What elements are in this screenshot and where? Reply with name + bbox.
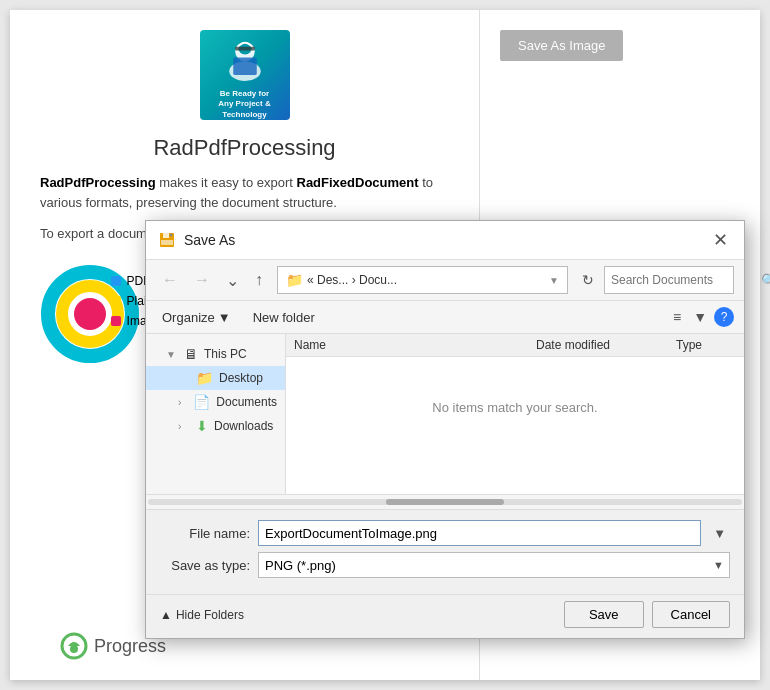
col-date-header: Date modified xyxy=(536,338,676,352)
desc-bold2: RadFixedDocument xyxy=(297,175,419,190)
logo-container: Be Ready for Any Project & Technology xyxy=(40,30,449,120)
dialog-toolbar: ← → ⌄ ↑ 📁 « Des... › Docu... ▼ ↻ 🔍 xyxy=(146,260,744,301)
scroll-area[interactable] xyxy=(146,494,744,510)
page-desc: RadPdfProcessing makes it easy to export… xyxy=(40,173,449,212)
hide-folders-label: Hide Folders xyxy=(176,608,244,622)
search-box: 🔍 xyxy=(604,266,734,294)
folder-icon-downloads: ⬇ xyxy=(196,418,208,434)
expand-icon-downloads: › xyxy=(178,421,190,432)
scroll-track xyxy=(148,499,742,505)
breadcrumb-dropdown-icon: ▼ xyxy=(549,275,559,286)
breadcrumb-folder-icon: 📁 xyxy=(286,272,303,288)
folder-icon-documents: 📄 xyxy=(193,394,210,410)
save-type-label: Save as type: xyxy=(160,558,250,573)
dialog-filelist: Name Date modified Type No items match y… xyxy=(286,334,744,494)
breadcrumb-bar[interactable]: 📁 « Des... › Docu... ▼ xyxy=(277,266,568,294)
nav-back-button[interactable]: ← xyxy=(156,268,184,292)
filelist-header: Name Date modified Type xyxy=(286,334,744,357)
refresh-button[interactable]: ↻ xyxy=(576,269,600,291)
dialog-titlebar: Save As ✕ xyxy=(146,221,744,260)
legend-dot-image xyxy=(111,316,121,326)
organize-button[interactable]: Organize ▼ xyxy=(156,307,237,328)
sidebar-label-desktop: Desktop xyxy=(219,371,263,385)
organize-dropdown-icon: ▼ xyxy=(218,310,231,325)
desc-middle: makes it easy to export xyxy=(159,175,296,190)
desc-bold1: RadPdfProcessing xyxy=(40,175,156,190)
sidebar-label-documents: Documents xyxy=(216,395,277,409)
dialog-close-button[interactable]: ✕ xyxy=(709,231,732,249)
dialog-save-icon xyxy=(158,231,176,249)
scroll-thumb xyxy=(386,499,505,505)
save-type-wrapper: PNG (*.png) ▼ xyxy=(258,552,730,578)
cancel-button[interactable]: Cancel xyxy=(652,601,730,628)
svg-point-13 xyxy=(170,234,173,237)
legend-dot-plain xyxy=(111,296,121,306)
svg-rect-3 xyxy=(233,57,257,75)
breadcrumb-text: « Des... › Docu... xyxy=(307,273,545,287)
svg-rect-11 xyxy=(163,233,169,238)
sidebar-label-thispc: This PC xyxy=(204,347,247,361)
progress-logo-icon xyxy=(60,632,88,660)
nav-dropdown-button[interactable]: ⌄ xyxy=(220,268,245,293)
sidebar-item-documents[interactable]: › 📄 Documents xyxy=(146,390,285,414)
save-as-image-button[interactable]: Save As Image xyxy=(500,30,623,61)
logo-svg xyxy=(215,30,275,89)
save-as-dialog: Save As ✕ ← → ⌄ ↑ 📁 « Des... › Docu... ▼… xyxy=(145,220,745,639)
file-name-input[interactable] xyxy=(258,520,701,546)
svg-rect-12 xyxy=(161,240,173,245)
page-title: RadPdfProcessing xyxy=(40,135,449,161)
dialog-sidebar: ▼ 🖥 This PC 📁 Desktop › 📄 Documents › ⬇ … xyxy=(146,334,286,494)
save-button[interactable]: Save xyxy=(564,601,644,628)
view-dropdown-button[interactable]: ▼ xyxy=(688,306,712,328)
dialog-content: ▼ 🖥 This PC 📁 Desktop › 📄 Documents › ⬇ … xyxy=(146,334,744,494)
expand-icon-documents: › xyxy=(178,397,187,408)
col-type-header: Type xyxy=(676,338,736,352)
filelist-empty-message: No items match your search. xyxy=(286,357,744,457)
file-name-label: File name: xyxy=(160,526,250,541)
dialog-form: File name: ▼ Save as type: PNG (*.png) ▼ xyxy=(146,510,744,594)
filename-dropdown-icon: ▼ xyxy=(709,526,730,541)
view-buttons: ≡ ▼ ? xyxy=(668,306,734,328)
col-name-header: Name xyxy=(294,338,536,352)
sidebar-item-downloads[interactable]: › ⬇ Downloads xyxy=(146,414,285,438)
nav-forward-button[interactable]: → xyxy=(188,268,216,292)
svg-point-9 xyxy=(70,645,78,653)
dialog-title-left: Save As xyxy=(158,231,235,249)
svg-rect-4 xyxy=(235,47,255,51)
sidebar-item-thispc[interactable]: ▼ 🖥 This PC xyxy=(146,342,285,366)
sidebar-label-downloads: Downloads xyxy=(214,419,273,433)
legend-dot-pdf xyxy=(111,276,121,286)
search-input[interactable] xyxy=(611,273,761,287)
help-button[interactable]: ? xyxy=(714,307,734,327)
expand-icon-thispc: ▼ xyxy=(166,349,178,360)
pc-icon: 🖥 xyxy=(184,346,198,362)
svg-point-7 xyxy=(74,298,106,330)
logo-text: Be Ready for Any Project & Technology xyxy=(200,89,290,120)
view-list-button[interactable]: ≡ xyxy=(668,306,686,328)
search-icon: 🔍 xyxy=(761,273,770,288)
nav-up-button[interactable]: ↑ xyxy=(249,268,269,292)
save-type-select[interactable]: PNG (*.png) xyxy=(258,552,730,578)
logo-box: Be Ready for Any Project & Technology xyxy=(200,30,290,120)
hide-folders-chevron-icon: ▲ xyxy=(160,608,172,622)
folder-icon-desktop: 📁 xyxy=(196,370,213,386)
dialog-title-text: Save As xyxy=(184,232,235,248)
footer-buttons: Save Cancel xyxy=(564,601,730,628)
hide-folders-button[interactable]: ▲ Hide Folders xyxy=(160,608,244,622)
form-row-savetype: Save as type: PNG (*.png) ▼ xyxy=(160,552,730,578)
sidebar-item-desktop[interactable]: 📁 Desktop xyxy=(146,366,285,390)
new-folder-button[interactable]: New folder xyxy=(247,307,321,328)
form-row-filename: File name: ▼ xyxy=(160,520,730,546)
dialog-footer: ▲ Hide Folders Save Cancel xyxy=(146,594,744,638)
organize-toolbar: Organize ▼ New folder ≡ ▼ ? xyxy=(146,301,744,334)
